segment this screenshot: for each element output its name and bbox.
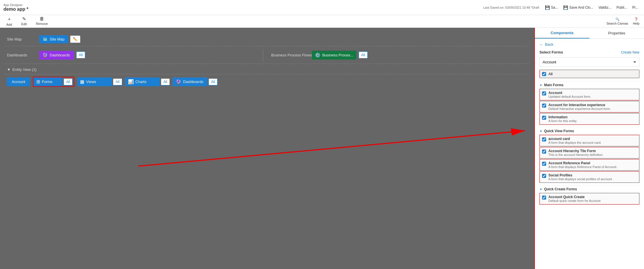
add-icon: ＋ (7, 16, 12, 22)
entity-view-section: ▼ Entity View (1) Account ⊞ Forms All ▦ (5, 65, 530, 89)
quick-view-forms-list: account card A form that displays the ac… (539, 135, 639, 183)
quick-create-forms-label: Quick Create Forms (544, 187, 577, 191)
form-item-checkbox[interactable] (542, 196, 546, 200)
divider (263, 49, 263, 61)
form-item-desc: A form for this entity. (548, 119, 637, 123)
forms-tile-label: Forms (42, 80, 53, 84)
bp-tile-icon: ⚙️ (315, 52, 321, 58)
main-forms-header[interactable]: ▼ Main Forms (539, 81, 639, 89)
form-item-checkbox[interactable] (542, 104, 546, 108)
charts-tile[interactable]: 📊 Charts (125, 77, 160, 86)
dashboards2-tile[interactable]: 🔮 Dashboards (173, 77, 207, 86)
dashboards2-tile-label: Dashboards (183, 80, 203, 84)
help-icon: ❓ (634, 17, 638, 21)
edit-button[interactable]: ✎ Edit (20, 16, 29, 27)
create-new-link[interactable]: Create New (621, 50, 639, 54)
forms-tile-icon: ⊞ (36, 79, 40, 84)
remove-button[interactable]: 🗑 Remove (34, 16, 50, 27)
form-item-checkbox[interactable] (542, 162, 546, 166)
quick-create-forms-header[interactable]: ▼ Quick Create Forms (539, 185, 639, 193)
all-checkbox[interactable] (542, 72, 546, 76)
form-item-checkbox[interactable] (542, 137, 546, 141)
entity-dropdown[interactable]: Account (539, 57, 639, 67)
tab-components[interactable]: Components (535, 28, 589, 38)
charts-group: 📊 Charts All (125, 77, 170, 86)
add-button[interactable]: ＋ Add (5, 16, 14, 27)
views-tile[interactable]: ▦ Views (77, 77, 112, 86)
publish-button[interactable]: Publi... (614, 4, 630, 11)
all-checkbox-row: All (539, 70, 639, 78)
main-forms-chevron-icon: ▼ (539, 84, 542, 87)
form-list-item: Account Hierarchy Tile Form This is the … (539, 147, 639, 159)
right-panel: Components Properties ← Back Select Form… (534, 28, 644, 269)
dashboards2-group: 🔮 Dashboards All (173, 77, 217, 86)
form-item-info: Information A form for this entity. (548, 115, 637, 123)
form-item-checkbox[interactable] (542, 91, 546, 95)
help-button[interactable]: ❓ Help (633, 17, 639, 25)
charts-tile-label: Charts (135, 80, 146, 84)
select-forms-label: Select Forms (539, 50, 563, 54)
back-link[interactable]: ← Back (539, 42, 639, 47)
bp-all-button[interactable]: All (359, 51, 368, 58)
form-item-checkbox[interactable] (542, 116, 546, 120)
edit-icon: ✎ (22, 16, 26, 22)
forms-all-button[interactable]: All (64, 78, 72, 85)
dashboards-tile[interactable]: 🔮 Dashboards (39, 51, 74, 60)
form-item-info: Account Reference Panel A form that disp… (548, 161, 637, 169)
dashboards-section-label: Dashboards (5, 53, 39, 57)
form-list-item: Account Updated default Account form. (539, 89, 639, 100)
form-item-name: Social Profiles (548, 173, 637, 177)
form-item-name: Account (548, 91, 637, 95)
entity-view-header[interactable]: ▼ Entity View (1) (5, 65, 530, 74)
back-chevron-icon: ← (539, 42, 543, 47)
arrow-overlay (0, 28, 534, 269)
sitemap-tile-label: Site Map (50, 37, 64, 41)
main-forms-list: Account Updated default Account form. Ac… (539, 89, 639, 125)
dashboards-tile-icon: 🔮 (42, 52, 48, 58)
form-item-desc: Default Interactive experience Account f… (548, 107, 637, 110)
form-item-name: account card (548, 137, 637, 141)
form-list-item: Social Profiles A form that displays soc… (539, 171, 639, 183)
form-item-name: Account Hierarchy Tile Form (548, 149, 637, 153)
bp-tile[interactable]: ⚙️ Business Proces... (312, 51, 356, 60)
dashboards2-all-button[interactable]: All (209, 78, 217, 85)
charts-all-button[interactable]: All (161, 78, 170, 85)
panel-tabs: Components Properties (535, 28, 644, 39)
quick-create-forms-list: Account Quick Create Default quick creat… (539, 193, 639, 204)
views-group: ▦ Views All (77, 77, 122, 86)
app-title-area: App Designer demo app * (3, 3, 28, 12)
form-item-checkbox[interactable] (542, 150, 546, 154)
forms-highlighted-group: ⊞ Forms All (33, 77, 74, 87)
form-item-checkbox[interactable] (542, 174, 546, 178)
svg-line-1 (138, 131, 525, 166)
save-button[interactable]: 💾 Sa... (543, 4, 561, 11)
canvas-area: Site Map 🗺️ Site Map ✏️ Dashboards 🔮 Das… (0, 28, 534, 269)
tab-properties[interactable]: Properties (589, 28, 644, 38)
remove-icon: 🗑 (40, 16, 44, 21)
sitemap-edit-button[interactable]: ✏️ (70, 36, 80, 43)
sitemap-row: Site Map 🗺️ Site Map ✏️ (5, 32, 530, 46)
quick-create-chevron-icon: ▼ (539, 188, 542, 191)
sitemap-tile[interactable]: 🗺️ Site Map (39, 35, 68, 43)
save-close-button[interactable]: 💾 Save And Clo... (561, 4, 595, 11)
form-item-desc: This is the account hierarchy definition… (548, 153, 637, 156)
form-item-desc: A form that displays Reference Panel of … (548, 165, 637, 169)
main-layout: Site Map 🗺️ Site Map ✏️ Dashboards 🔮 Das… (0, 28, 644, 269)
dashboards-all-button[interactable]: All (76, 51, 85, 58)
sitemap-tile-icon: 🗺️ (43, 37, 47, 41)
main-forms-section: ▼ Main Forms Account Updated default Acc… (539, 81, 639, 125)
validate-button[interactable]: Validiz... (596, 4, 613, 11)
quick-view-forms-header[interactable]: ▼ Quick View Forms (539, 127, 639, 135)
form-item-name: Account Reference Panel (548, 161, 637, 165)
account-button[interactable]: Account (7, 77, 30, 86)
form-item-name: Account for Interactive experience (548, 103, 637, 107)
panel-body: ← Back Select Forms Create New Account A… (535, 39, 644, 269)
dashboards-items: 🔮 Dashboards All (39, 51, 257, 60)
play-button[interactable]: Pl... (630, 4, 641, 11)
forms-tile[interactable]: ⊞ Forms (33, 77, 62, 86)
sitemap-items: 🗺️ Site Map ✏️ (39, 35, 530, 43)
form-list-item: Account for Interactive experience Defau… (539, 101, 639, 113)
all-checkbox-label: All (548, 72, 552, 76)
search-canvas-button[interactable]: 🔍 Search Canvas (606, 17, 628, 25)
views-all-button[interactable]: All (113, 78, 122, 85)
